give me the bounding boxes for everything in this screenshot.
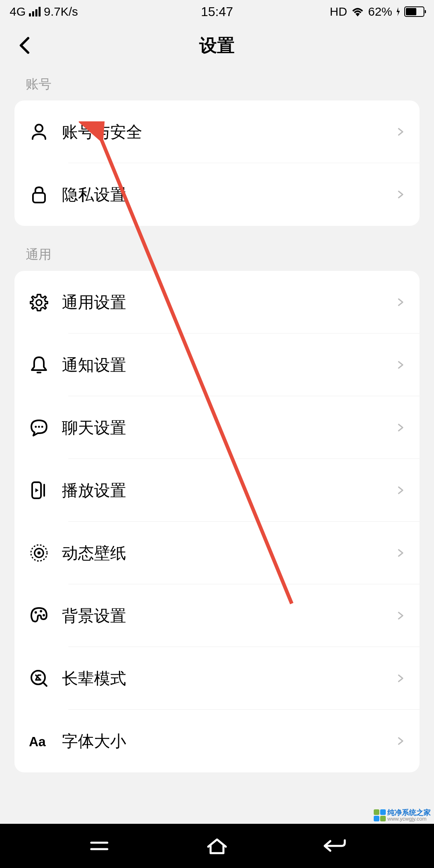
person-icon [29,122,49,142]
svg-point-13 [40,610,42,612]
svg-point-5 [38,426,40,428]
item-chat[interactable]: 聊天设置 [14,396,420,459]
list-item-label: 隐私设置 [62,184,395,206]
status-left: 4G 9.7K/s [10,5,78,18]
svg-point-0 [35,125,43,132]
watermark-logo [374,809,386,821]
back-button[interactable] [16,37,32,53]
list-item-label: 播放设置 [62,479,395,502]
signal-icon [29,7,41,16]
list-item-label: 通用设置 [62,291,395,313]
item-playback[interactable]: 播放设置 [14,459,420,522]
network-type: 4G [10,5,26,18]
play-icon [29,480,49,500]
status-time: 15:47 [201,4,233,19]
item-general-settings[interactable]: 通用设置 [14,271,420,334]
wifi-icon [351,7,364,16]
chevron-right-icon [395,423,405,432]
chevron-left-icon [18,37,30,54]
watermark: 纯净系统之家 www.ycwgjy.com [374,809,431,821]
list-item-label: 通知设置 [62,354,395,376]
item-elder-mode[interactable]: 长辈模式 [14,647,420,710]
status-right: HD 62% [330,5,424,18]
item-font-size[interactable]: Aa 字体大小 [14,710,420,772]
page-title: 设置 [199,34,235,57]
item-background[interactable]: 背景设置 [14,584,420,647]
content-area: 账号 账号与安全 隐私设置 [0,68,434,824]
list-item-label: 背景设置 [62,605,395,627]
battery-icon [404,6,424,17]
watermark-text-1: 纯净系统之家 [387,809,431,816]
section-label-account: 账号 [0,68,434,100]
system-nav-bar [0,824,434,868]
elder-mode-icon [29,668,49,688]
hd-indicator: HD [330,5,347,18]
svg-point-6 [41,426,43,428]
chevron-right-icon [395,674,405,683]
svg-point-4 [35,426,37,428]
page-header: 设置 [0,23,434,68]
font-size-icon: Aa [29,731,49,751]
back-nav-button[interactable] [319,836,351,856]
list-item-label: 字体大小 [62,730,395,752]
chevron-right-icon [395,297,405,307]
list-item-label: 动态壁纸 [62,542,395,564]
chat-icon [29,418,49,438]
section-label-general: 通用 [0,226,434,271]
list-item-label: 账号与安全 [62,121,395,143]
list-item-label: 聊天设置 [62,417,395,439]
general-card: 通用设置 通知设置 [14,271,420,772]
chevron-right-icon [395,190,405,199]
svg-point-14 [43,614,45,616]
charging-icon [396,7,400,16]
item-account-security[interactable]: 账号与安全 [14,100,420,163]
account-card: 账号与安全 隐私设置 [14,100,420,226]
lock-icon [29,184,49,205]
item-live-wallpaper[interactable]: 动态壁纸 [14,522,420,584]
chevron-right-icon [395,548,405,558]
item-notification[interactable]: 通知设置 [14,334,420,396]
bell-icon [29,355,49,375]
chevron-right-icon [395,360,405,370]
svg-line-16 [43,682,47,686]
svg-rect-1 [33,193,45,203]
data-speed: 9.7K/s [44,5,78,18]
status-bar: 4G 9.7K/s 15:47 HD 62% [0,0,434,23]
target-icon [29,543,49,563]
chevron-right-icon [395,736,405,746]
chevron-right-icon [395,127,405,137]
svg-text:Aa: Aa [29,734,46,749]
home-icon [206,837,228,855]
menu-icon [88,839,111,853]
battery-percent: 62% [368,5,392,18]
watermark-text-2: www.ycwgjy.com [387,816,431,821]
gear-icon [29,292,49,312]
back-icon [322,838,347,854]
chevron-right-icon [395,485,405,495]
home-button[interactable] [201,836,233,856]
recent-apps-button[interactable] [83,836,115,856]
item-privacy[interactable]: 隐私设置 [14,163,420,226]
svg-point-2 [36,300,42,305]
palette-icon [29,606,49,626]
svg-point-11 [37,551,41,555]
chevron-right-icon [395,611,405,620]
svg-point-12 [35,611,37,614]
list-item-label: 长辈模式 [62,667,395,690]
